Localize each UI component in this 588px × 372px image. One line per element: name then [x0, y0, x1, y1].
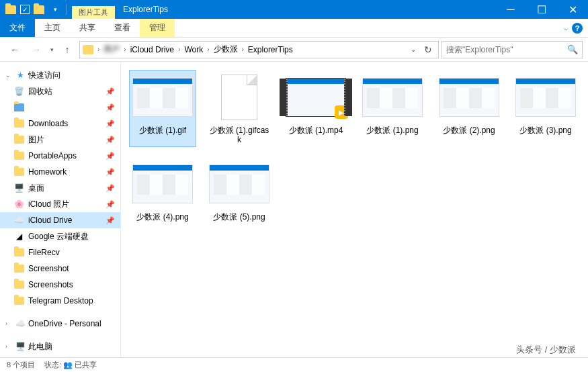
pin-icon: 📌	[106, 200, 115, 209]
sidebar-item-portable[interactable]: PortableApps📌	[0, 148, 120, 164]
pin-icon: 📌	[106, 184, 115, 193]
cloud-icon: ☁️	[15, 318, 26, 329]
help-icon[interactable]: ?	[572, 23, 583, 34]
sidebar-item-recycle[interactable]: 🗑️回收站📌	[0, 83, 120, 99]
chevron-right-icon[interactable]: ›	[122, 46, 127, 53]
onedrive-header[interactable]: ›☁️OneDrive - Personal	[0, 316, 120, 332]
up-button[interactable]: ↑	[58, 40, 77, 59]
titlebar: ✓ ▾ 图片工具 ExplorerTips ─ ☐ ✕	[0, 0, 588, 19]
breadcrumb-item[interactable]: ExplorerTips	[245, 45, 296, 54]
sidebar-item-downloads[interactable]: Downloads📌	[0, 115, 120, 132]
chevron-right-icon[interactable]: ›	[96, 46, 101, 53]
tab-home[interactable]: 主页	[35, 19, 70, 37]
address-bar: ← → ▾ ↑ › 用户 › iCloud Drive › Work › 少数派…	[0, 38, 588, 62]
forward-button: →	[27, 40, 46, 59]
file-item[interactable]: 少数派 (2).png	[435, 70, 503, 147]
file-label: 少数派 (3).png	[519, 126, 571, 135]
desktop-icon: 🖥️	[13, 183, 24, 193]
tab-file[interactable]: 文件	[0, 19, 35, 37]
recycle-icon: 🗑️	[13, 86, 24, 97]
file-item[interactable]: ▶少数派 (1).mp4	[282, 70, 349, 147]
qat-checkbox-icon[interactable]: ✓	[20, 5, 30, 14]
folder-icon	[13, 102, 24, 113]
window-title: ExplorerTips	[123, 5, 168, 14]
file-thumbnail: ▶	[285, 72, 347, 123]
back-button[interactable]: ←	[5, 40, 24, 59]
refresh-icon[interactable]: ↻	[421, 42, 435, 57]
sidebar-item-homework[interactable]: Homework📌	[0, 164, 120, 180]
search-box[interactable]: 🔍	[442, 41, 583, 58]
folder-icon	[13, 134, 24, 145]
star-icon: ★	[15, 70, 26, 81]
file-label: 少数派 (2).png	[443, 126, 495, 135]
search-input[interactable]	[446, 45, 567, 54]
history-dropdown-icon[interactable]: ▾	[48, 46, 55, 53]
tab-share[interactable]: 共享	[70, 19, 105, 37]
qat-folder2-icon[interactable]	[32, 3, 46, 16]
pin-icon: 📌	[106, 120, 115, 128]
sidebar-item-telegram[interactable]: Telegram Desktop	[0, 293, 120, 309]
chevron-right-icon[interactable]: ›	[206, 46, 210, 53]
quick-access-header[interactable]: ⌄ ★ 快速访问	[0, 67, 120, 83]
file-item[interactable]: 少数派 (1).png	[359, 70, 426, 147]
file-item[interactable]: 少数派 (5).png	[206, 156, 273, 224]
status-state: 状态: 👥 已共享	[44, 360, 97, 370]
sidebar-item-filerecv[interactable]: FileRecv	[0, 244, 120, 261]
maximize-button[interactable]: ☐	[526, 0, 557, 19]
qat-folder-icon[interactable]	[4, 3, 17, 16]
file-item[interactable]: 少数派 (3).png	[512, 70, 579, 147]
breadcrumb-item-hidden[interactable]: 用户	[101, 44, 122, 55]
chevron-down-icon[interactable]: ⌄	[5, 72, 12, 79]
sidebar-item-screenshots[interactable]: Screenshots	[0, 277, 120, 293]
status-count: 8 个项目	[7, 360, 35, 370]
breadcrumb-dropdown-icon[interactable]: ⌄	[406, 42, 421, 57]
search-icon[interactable]: 🔍	[567, 44, 578, 54]
watermark: 头条号 / 少数派	[516, 344, 576, 356]
pin-icon: 📌	[106, 168, 115, 177]
chevron-right-icon[interactable]: ›	[177, 46, 181, 53]
file-item[interactable]: 少数派 (1).gifcask	[206, 70, 273, 147]
pin-icon: 📌	[106, 87, 115, 96]
file-pane[interactable]: 少数派 (1).gif少数派 (1).gifcask▶少数派 (1).mp4少数…	[121, 62, 588, 357]
file-label: 少数派 (4).png	[136, 212, 188, 222]
breadcrumb-item[interactable]: Work	[181, 45, 206, 54]
file-item[interactable]: 少数派 (1).gif	[129, 70, 196, 147]
folder-icon	[13, 279, 24, 290]
google-drive-icon: ◢	[13, 231, 24, 242]
minimize-button[interactable]: ─	[495, 0, 526, 19]
icloud-photo-icon: 🌸	[13, 199, 24, 210]
tab-view[interactable]: 查看	[105, 19, 140, 37]
chevron-right-icon[interactable]: ›	[5, 320, 12, 327]
sidebar-item-pictures[interactable]: 图片📌	[0, 132, 120, 148]
sidebar-item-google[interactable]: ◢Google 云端硬盘	[0, 228, 120, 244]
chevron-right-icon[interactable]: ›	[241, 46, 245, 53]
file-label: 少数派 (1).png	[366, 126, 418, 135]
sidebar-item-icloud-drive[interactable]: ☁️iCloud Drive📌	[0, 212, 120, 228]
breadcrumb-item[interactable]: iCloud Drive	[128, 45, 177, 54]
ribbon-collapse-icon[interactable]: ⌵	[564, 24, 568, 32]
tab-manage[interactable]: 管理	[140, 19, 175, 37]
contextual-tools-label: 图片工具	[72, 0, 115, 19]
folder-icon	[13, 247, 24, 258]
breadcrumb-folder-icon	[83, 45, 93, 54]
pc-icon: 🖥️	[15, 341, 26, 352]
file-thumbnail	[132, 158, 194, 210]
folder-icon	[13, 167, 24, 177]
file-label: 少数派 (1).mp4	[289, 126, 343, 135]
sidebar-item-screenshot[interactable]: Screenshot	[0, 261, 120, 277]
folder-icon	[13, 150, 24, 161]
thispc-header[interactable]: ›🖥️此电脑	[0, 338, 120, 355]
qat-dropdown-icon[interactable]: ▾	[48, 3, 62, 16]
close-button[interactable]: ✕	[557, 0, 588, 19]
file-item[interactable]: 少数派 (4).png	[129, 156, 196, 224]
file-thumbnail	[208, 72, 270, 123]
sidebar-item-icloud-photo[interactable]: 🌸iCloud 照片📌	[0, 196, 120, 212]
breadcrumb-item[interactable]: 少数派	[211, 44, 241, 55]
file-thumbnail	[208, 158, 270, 210]
chevron-right-icon[interactable]: ›	[5, 343, 12, 350]
ribbon-tabs: 文件 主页 共享 查看 管理 ⌵ ?	[0, 19, 588, 38]
breadcrumb[interactable]: › 用户 › iCloud Drive › Work › 少数派 › Explo…	[79, 41, 439, 58]
status-bar: 8 个项目 状态: 👥 已共享	[0, 357, 588, 372]
sidebar-item-folder[interactable]: 📌	[0, 99, 120, 115]
sidebar-item-desktop[interactable]: 🖥️桌面📌	[0, 180, 120, 196]
